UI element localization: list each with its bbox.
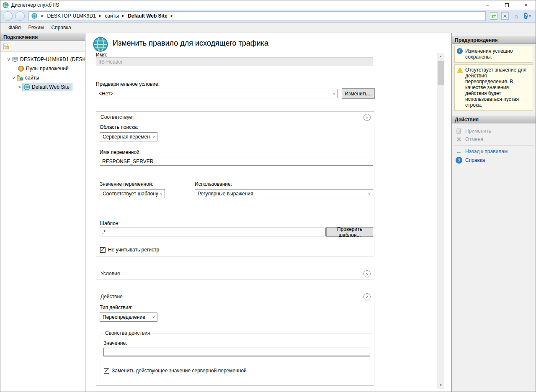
refresh-icon[interactable]: ⇄ [490, 12, 497, 20]
info-alert-text: Изменения успешно сохранены. [465, 48, 513, 60]
restore-button[interactable] [497, 0, 516, 10]
chevron-down-icon: > [332, 90, 336, 97]
conditions-section-title: Условия [100, 271, 120, 277]
usage-select[interactable]: Регулярные выражения > [195, 189, 373, 198]
warning-icon [457, 67, 463, 74]
help-icon: ? [456, 157, 462, 164]
info-alert: i Изменения успешно сохранены. [454, 46, 533, 63]
app-pools-icon [18, 65, 24, 72]
create-connection-icon[interactable] [3, 43, 9, 50]
body: Подключения > DESKTOP-U1MK9D1 (DESKTOI П… [0, 33, 536, 392]
scroll-up-icon[interactable]: ▲ [437, 53, 444, 60]
breadcrumb-arrow-icon: ▶ [41, 14, 44, 18]
back-to-rules-label: Назад к правилам [465, 149, 508, 154]
breadcrumb-item-server[interactable]: DESKTOP-U1MK9D1 [47, 13, 95, 19]
action-section-title: Действие [100, 294, 123, 300]
iis-manager-window: Диспетчер служб IIS – × ← → ▶ DESKTOP-U1… [0, 0, 536, 392]
precondition-select[interactable]: <Нет> > [96, 89, 338, 98]
menu-bar: Файл Режим Справка [0, 23, 536, 33]
apply-label: Применить [465, 128, 491, 134]
cancel-label: Отмена [465, 136, 483, 142]
tree-node-default-web-site[interactable]: > Default Web Site [0, 82, 85, 92]
breadcrumb-item-default-web-site[interactable]: Default Web Site [128, 13, 167, 19]
stop-icon[interactable]: ✕ [501, 12, 509, 20]
sites-folder-icon [17, 74, 23, 81]
breadcrumb-item-sites[interactable]: сайты [105, 13, 119, 19]
tree-node-app-pools[interactable]: Пулы приложений [0, 64, 85, 73]
precondition-label: Предварительное условие: [96, 81, 160, 87]
tree-node-sites[interactable]: > сайты [0, 73, 85, 82]
chevron-down-icon: > [365, 273, 369, 275]
action-type-select[interactable]: Переопределение > [100, 313, 157, 322]
page-globe-icon [93, 36, 108, 52]
cancel-icon [456, 137, 462, 142]
alerts-header: Предупреждения [452, 36, 536, 44]
action-properties-group: Свойства действия Значение: Заменить дей… [100, 333, 373, 383]
minimize-button[interactable]: – [478, 0, 497, 10]
breadcrumb-arrow-icon: ▶ [99, 14, 101, 18]
vertical-scrollbar[interactable]: ▲ ▼ [437, 53, 444, 389]
pattern-input[interactable] [100, 228, 326, 236]
actions-divider [454, 145, 534, 146]
pattern-label: Шаблон: [100, 220, 120, 226]
edit-precondition-button[interactable]: Изменить... [342, 88, 375, 99]
expander-icon[interactable]: > [17, 85, 22, 90]
home-icon[interactable]: ⌂ [513, 12, 520, 20]
collapse-match-button[interactable]: > [363, 114, 371, 121]
connections-panel: Подключения > DESKTOP-U1MK9D1 (DESKTOI П… [0, 33, 85, 392]
value-input[interactable] [103, 348, 370, 356]
scrollbar-thumb[interactable] [438, 61, 444, 85]
site-globe-icon [23, 84, 30, 90]
selected-tree-item[interactable]: Default Web Site [22, 83, 72, 91]
close-button[interactable]: × [516, 0, 536, 10]
name-label: Имя: [96, 52, 107, 58]
forward-button[interactable]: → [15, 11, 25, 21]
conditions-section: Условия > [96, 268, 374, 279]
actions-header: Действия [452, 115, 536, 123]
scope-value: Серверная переменн [103, 134, 150, 140]
scroll-down-icon[interactable]: ▼ [437, 382, 444, 389]
apply-action: Применить [452, 127, 536, 135]
value-label: Значение: [103, 340, 127, 346]
back-button[interactable]: ← [3, 11, 13, 21]
window-title: Диспетчер служб IIS [11, 2, 59, 8]
tree-node-label: DESKTOP-U1MK9D1 (DESKTOI [20, 56, 85, 62]
test-pattern-button[interactable]: Проверить шаблон... [326, 227, 373, 237]
help-icon[interactable]: ?▼ [524, 12, 531, 20]
menu-file[interactable]: Файл [5, 23, 25, 32]
menu-help[interactable]: Справка [48, 23, 75, 32]
breadcrumb: ▶ DESKTOP-U1MK9D1 ▶ сайты ▶ Default Web … [28, 11, 486, 21]
cancel-action: Отмена [452, 135, 536, 143]
connections-header: Подключения [0, 33, 85, 41]
tree-node-label: сайты [25, 75, 39, 81]
tree-node-label: Пулы приложений [26, 66, 69, 72]
help-circle-icon: ? [524, 13, 528, 19]
menu-view[interactable]: Режим [25, 23, 48, 32]
restore-icon [505, 3, 509, 7]
scope-select[interactable]: Серверная переменн > [100, 132, 157, 141]
replace-existing-label: Заменить действующее значение серверной … [112, 368, 247, 374]
main-content: Изменить правило для исходящего трафика … [85, 33, 452, 392]
collapse-action-button[interactable]: > [363, 293, 371, 300]
variable-name-input[interactable] [100, 157, 373, 166]
help-action[interactable]: ? Справка [452, 156, 536, 165]
action-type-label: Тип действия: [100, 305, 132, 310]
ignore-case-checkbox[interactable] [100, 247, 106, 253]
expand-conditions-button[interactable]: > [363, 270, 371, 277]
right-panel: Предупреждения i Изменения успешно сохра… [452, 33, 536, 392]
tree-node-server[interactable]: > DESKTOP-U1MK9D1 (DESKTOI [0, 55, 85, 64]
chevron-up-icon: > [365, 296, 369, 298]
chevron-up-icon: > [365, 116, 369, 118]
action-properties-title: Свойства действия [103, 330, 152, 336]
replace-existing-checkbox[interactable] [104, 368, 109, 374]
variable-value-value: Соответствует шаблону [103, 191, 158, 197]
expander-icon[interactable]: > [6, 57, 11, 62]
variable-value-select[interactable]: Соответствует шаблону > [100, 189, 165, 198]
expander-icon[interactable]: > [11, 75, 16, 80]
warning-alert-text: Отсутствует значение для действия переоп… [465, 67, 526, 108]
back-to-rules-action[interactable]: ← Назад к правилам [452, 147, 536, 156]
action-section: Действие > Тип действия: Переопределение… [96, 291, 374, 386]
page-title: Изменить правило для исходящего трафика [113, 39, 268, 48]
chevron-down-icon: > [152, 314, 156, 320]
breadcrumb-arrow-icon: ▶ [171, 14, 173, 18]
